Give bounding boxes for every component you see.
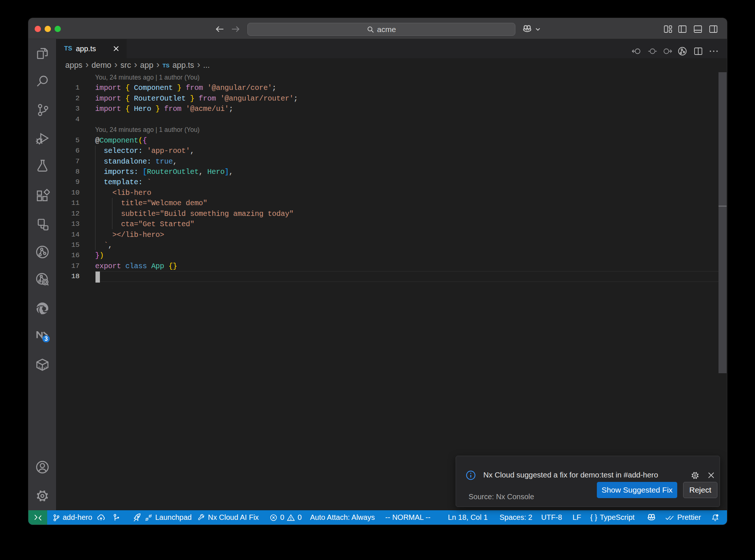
svg-text:3: 3	[44, 336, 48, 342]
